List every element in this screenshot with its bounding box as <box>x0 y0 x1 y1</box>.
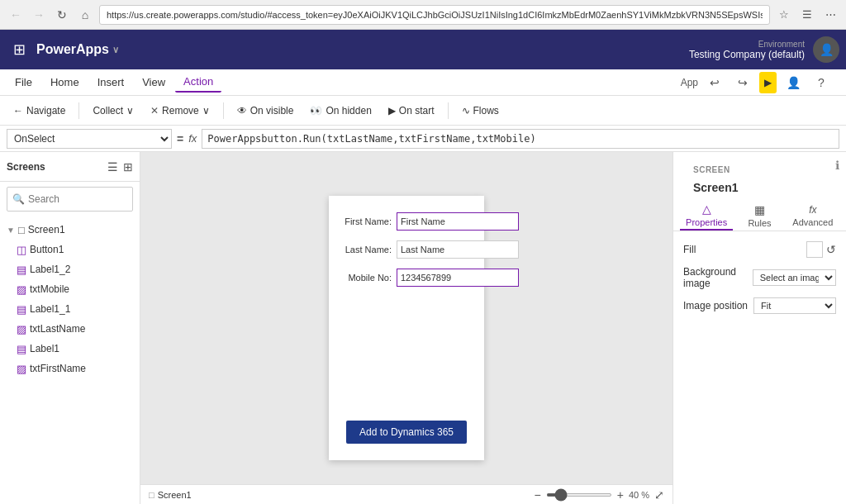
on-visible-icon: 👁 <box>237 105 247 116</box>
info-button[interactable]: ℹ <box>835 159 839 172</box>
user-icon[interactable]: 👤 <box>782 72 805 93</box>
mobile-input[interactable] <box>397 269 519 287</box>
sidebar-header: Screens ☰ ⊞ <box>0 152 140 182</box>
sidebar-item-label1-2[interactable]: ▤ Label1_2 <box>0 259 140 279</box>
play-button[interactable]: ▶ <box>759 72 777 93</box>
menu-file[interactable]: File <box>7 73 40 92</box>
first-name-input[interactable] <box>397 212 519 231</box>
panel-content: Fill ↺ Background image Select an image.… <box>673 231 846 504</box>
on-hidden-icon: 👀 <box>310 105 322 116</box>
screen1-icon: □ <box>18 224 25 236</box>
img-position-label: Image position <box>683 300 748 311</box>
label1-icon: ▤ <box>17 343 26 355</box>
screen1-expand-icon: ▼ <box>7 226 15 235</box>
on-visible-button[interactable]: 👁 On visible <box>231 100 301 121</box>
mobile-row: Mobile No: <box>342 269 471 287</box>
menu-home[interactable]: Home <box>42 73 88 92</box>
bg-image-select[interactable]: Select an image... <box>753 269 836 286</box>
sidebar-title: Screens <box>7 161 45 173</box>
sidebar-tree: ▼ □ Screen1 ◫ Button1 ▤ Label1_2 ▨ txtMo… <box>0 216 140 504</box>
toolbar-divider-1 <box>78 102 79 119</box>
refresh-button[interactable]: ↻ <box>53 6 71 24</box>
list-view-icon[interactable]: ☰ <box>107 160 118 174</box>
fill-label: Fill <box>683 244 696 255</box>
last-name-row: Last Name: <box>342 240 471 259</box>
formula-input[interactable] <box>202 129 839 149</box>
zoom-bar: □ Screen1 − + 40 % ⤢ <box>140 484 673 504</box>
on-hidden-button[interactable]: 👀 On hidden <box>303 100 378 121</box>
env-name: Testing Company (default) <box>689 49 805 60</box>
toolbar-divider-3 <box>448 102 449 119</box>
flows-button[interactable]: ∿ Flows <box>455 100 506 121</box>
help-icon[interactable]: ? <box>810 72 833 93</box>
search-icon: 🔍 <box>12 193 25 205</box>
zoom-slider[interactable] <box>546 493 612 497</box>
more-button[interactable]: ⋯ <box>821 6 839 24</box>
add-to-dynamics-button[interactable]: Add to Dynamics 365 <box>346 421 467 444</box>
img-position-select[interactable]: Fit <box>753 297 836 314</box>
sidebar-item-label1[interactable]: ▤ Label1 <box>0 339 140 359</box>
back-button[interactable]: ← <box>7 6 25 24</box>
mobile-label: Mobile No: <box>342 273 392 283</box>
advanced-tab-icon: fx <box>809 204 816 216</box>
tab-properties[interactable]: △ Properties <box>680 201 733 231</box>
sidebar-item-txtfirstname[interactable]: ▨ txtFirstName <box>0 359 140 378</box>
txtfirstname-icon: ▨ <box>17 363 26 375</box>
tab-advanced[interactable]: fx Advanced <box>787 201 839 231</box>
remove-chevron-icon: ∨ <box>202 105 210 116</box>
sidebar-item-button1[interactable]: ◫ Button1 <box>0 240 140 259</box>
fill-color-swatch[interactable] <box>806 241 823 258</box>
flows-icon: ∿ <box>462 105 470 116</box>
user-avatar[interactable]: 👤 <box>813 36 839 63</box>
sidebar: Screens ☰ ⊞ 🔍 ▼ □ Screen1 ◫ Button1 ▤ La… <box>0 152 140 504</box>
on-start-button[interactable]: ▶ On start <box>382 100 441 121</box>
label1-1-label: Label1_1 <box>30 303 70 315</box>
first-name-row: First Name: <box>342 212 471 231</box>
toolbar-divider-2 <box>223 102 224 119</box>
undo-button[interactable]: ↩ <box>703 72 726 93</box>
menu-insert[interactable]: Insert <box>89 73 133 92</box>
zoom-minus-button[interactable]: − <box>535 488 541 502</box>
zoom-plus-button[interactable]: + <box>617 488 624 502</box>
app-name-chevron[interactable]: ∨ <box>112 45 119 55</box>
forward-button[interactable]: → <box>30 6 48 24</box>
panel-section-label: SCREEN <box>683 159 836 178</box>
grid-view-icon[interactable]: ⊞ <box>123 160 133 174</box>
waffle-icon[interactable]: ⊞ <box>7 37 31 62</box>
env-info: Environment Testing Company (default) <box>689 40 805 60</box>
canvas-button-area: Add to Dynamics 365 <box>329 421 484 460</box>
bookmark-button[interactable]: ☆ <box>775 6 793 24</box>
navigate-button[interactable]: ← Navigate <box>7 100 72 121</box>
formula-property-select[interactable]: OnSelect <box>7 129 172 149</box>
txtlastname-label: txtLastName <box>30 323 85 335</box>
expand-icon[interactable]: ⤢ <box>654 488 664 502</box>
sidebar-item-txtmobile[interactable]: ▨ txtMobile <box>0 279 140 299</box>
home-button[interactable]: ⌂ <box>76 6 94 24</box>
collect-button[interactable]: Collect ∨ <box>86 100 140 121</box>
sidebar-item-txtlastname[interactable]: ▨ txtLastName <box>0 319 140 339</box>
menu-app-label: App <box>681 77 698 88</box>
url-bar[interactable] <box>99 5 770 25</box>
tab-rules[interactable]: ▦ Rules <box>733 201 786 231</box>
redo-button[interactable]: ↪ <box>731 72 754 93</box>
fill-reset-button[interactable]: ↺ <box>826 243 836 256</box>
remove-button[interactable]: ✕ Remove ∨ <box>144 100 216 121</box>
first-name-label: First Name: <box>342 216 392 226</box>
sidebar-item-screen1[interactable]: ▼ □ Screen1 <box>0 220 140 240</box>
label1-label: Label1 <box>30 343 59 354</box>
sidebar-item-label1-1[interactable]: ▤ Label1_1 <box>0 299 140 319</box>
canvas-area: First Name: Last Name: Mobile No: Add to… <box>140 152 673 504</box>
screen-checkbox[interactable]: □ <box>149 490 154 500</box>
extensions-button[interactable]: ☰ <box>798 6 816 24</box>
search-input[interactable] <box>28 193 127 205</box>
menu-action[interactable]: Action <box>175 72 221 93</box>
form-content: First Name: Last Name: Mobile No: <box>329 196 484 421</box>
canvas-screen: First Name: Last Name: Mobile No: Add to… <box>329 196 484 460</box>
menu-bar: File Home Insert View Action App ↩ ↪ ▶ 👤… <box>0 69 846 96</box>
screen-label: Screen1 <box>158 490 192 500</box>
formula-bar: OnSelect = fx <box>0 126 846 152</box>
menu-view[interactable]: View <box>134 73 173 92</box>
bg-image-label: Background image <box>683 266 753 289</box>
last-name-input[interactable] <box>397 240 519 259</box>
last-name-label: Last Name: <box>342 245 392 254</box>
